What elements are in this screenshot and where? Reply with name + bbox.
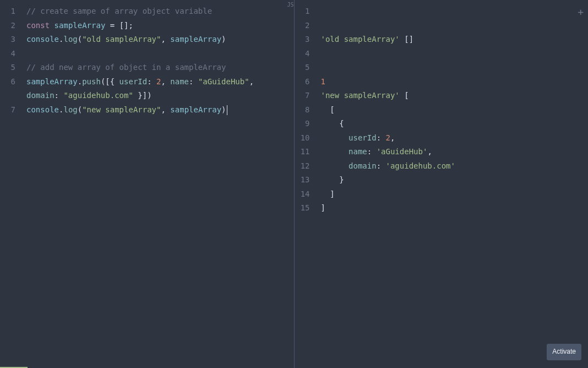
line-number: 2	[0, 19, 15, 33]
code-line: [	[321, 103, 589, 117]
token-punct: :	[377, 133, 386, 142]
code-line: // add new array of object in a sampleAr…	[26, 61, 294, 75]
line-number: 7	[295, 89, 310, 103]
code-line	[26, 47, 294, 61]
line-number: 5	[0, 61, 15, 75]
token-punct: :	[55, 91, 64, 100]
token-name: sampleArray	[26, 77, 78, 86]
token-objkey: domain	[349, 161, 377, 170]
line-number: 4	[295, 47, 310, 61]
token-name: console	[26, 105, 59, 114]
token-string: "old sampleArray"	[82, 35, 161, 44]
line-number: 8	[295, 103, 310, 117]
token-punct: .	[78, 77, 82, 86]
token-plain	[321, 147, 349, 156]
token-plain	[321, 175, 340, 184]
add-icon[interactable]: +	[578, 3, 584, 21]
code-line: domain: "aguidehub.com" }])	[26, 89, 294, 103]
line-number: 3	[0, 33, 15, 47]
code-line: // create sampe of array object variable	[26, 4, 294, 19]
token-punct: :	[367, 147, 377, 156]
code-line: {	[321, 117, 589, 131]
token-string: 'old sampleArray'	[321, 35, 400, 44]
token-plain	[400, 35, 404, 44]
code-line: const sampleArray = [];	[26, 19, 294, 33]
line-number: 7	[0, 103, 15, 117]
token-name: sampleArray	[55, 21, 106, 30]
token-objkey: name	[170, 77, 189, 86]
code-line: name: 'aGuideHub',	[321, 145, 589, 159]
token-punct: (	[78, 35, 82, 44]
token-plain	[115, 21, 119, 30]
token-punct: ]	[321, 203, 325, 212]
token-method: push	[82, 77, 101, 86]
token-plain	[321, 161, 349, 170]
code-line: userId: 2,	[321, 131, 589, 145]
line-number: 12	[295, 159, 310, 174]
token-plain	[321, 133, 349, 142]
token-punct: ,	[427, 147, 432, 156]
token-objkey: domain	[26, 91, 55, 100]
line-number: 3	[295, 33, 310, 47]
token-method: log	[63, 35, 77, 44]
line-number: 2	[295, 19, 310, 33]
token-punct: {	[339, 119, 344, 128]
token-string: "aGuideHub"	[198, 77, 249, 86]
token-name: console	[26, 35, 59, 44]
token-method: log	[63, 105, 77, 114]
code-line: 'old sampleArray' []	[321, 33, 589, 47]
token-punct: :	[189, 77, 198, 86]
source-pane[interactable]: JS 1234567 // create sampe of array obje…	[0, 0, 295, 368]
token-punct: :	[147, 77, 156, 86]
right-code-area: 'old sampleArray' []1'new sampleArray' […	[317, 0, 589, 368]
token-number: 2	[386, 133, 390, 142]
token-punct: [	[404, 91, 409, 100]
token-punct: ,	[161, 77, 170, 86]
token-plain	[321, 119, 340, 128]
editor-container: JS 1234567 // create sampe of array obje…	[0, 0, 588, 368]
line-number: 15	[295, 201, 310, 215]
code-line: domain: 'aguidehub.com'	[321, 159, 589, 174]
left-code-area[interactable]: // create sampe of array object variable…	[22, 0, 294, 368]
token-punct: [];	[119, 21, 133, 30]
token-plain	[400, 91, 404, 100]
token-punct: (	[78, 105, 82, 114]
token-comment: // add new array of object in a sampleAr…	[26, 63, 226, 72]
token-punct: :	[377, 161, 386, 170]
token-punct: ]	[330, 190, 334, 198]
left-gutter: 1234567	[0, 0, 22, 368]
line-number: 9	[295, 117, 310, 131]
token-plain	[50, 21, 54, 30]
line-number: 1	[295, 4, 310, 19]
code-line	[321, 19, 589, 33]
token-punct: =	[110, 21, 115, 30]
code-line: }	[321, 173, 589, 187]
token-comment: // create sampe of array object variable	[26, 7, 212, 15]
line-number: 14	[295, 187, 310, 202]
token-punct: ,	[249, 77, 254, 86]
line-number: 5	[295, 61, 310, 75]
line-number	[0, 89, 15, 103]
code-line: sampleArray.push([{ userId: 2, name: "aG…	[26, 75, 294, 89]
code-line	[321, 47, 589, 61]
token-string: 'aGuideHub'	[377, 147, 428, 156]
token-keyword: const	[26, 21, 50, 30]
code-line	[321, 4, 589, 19]
token-string: 'new sampleArray'	[321, 91, 400, 100]
token-objkey: name	[349, 147, 367, 156]
line-number: 10	[295, 131, 310, 145]
activate-button[interactable]: Activate	[547, 344, 581, 360]
token-punct: ,	[161, 35, 170, 44]
token-punct: ,	[390, 133, 395, 142]
line-number: 13	[295, 173, 310, 187]
token-punct: }])	[133, 91, 152, 100]
output-pane[interactable]: + 123456789101112131415 'old sampleArray…	[295, 0, 589, 368]
token-name: sampleArray	[170, 35, 221, 44]
token-objkey: userId	[119, 77, 148, 86]
code-line: ]	[321, 187, 589, 202]
token-number: 1	[321, 77, 325, 86]
token-string: "new sampleArray"	[82, 105, 161, 114]
line-number: 11	[295, 145, 310, 159]
token-punct: }	[339, 175, 344, 184]
right-gutter: 123456789101112131415	[295, 0, 317, 368]
